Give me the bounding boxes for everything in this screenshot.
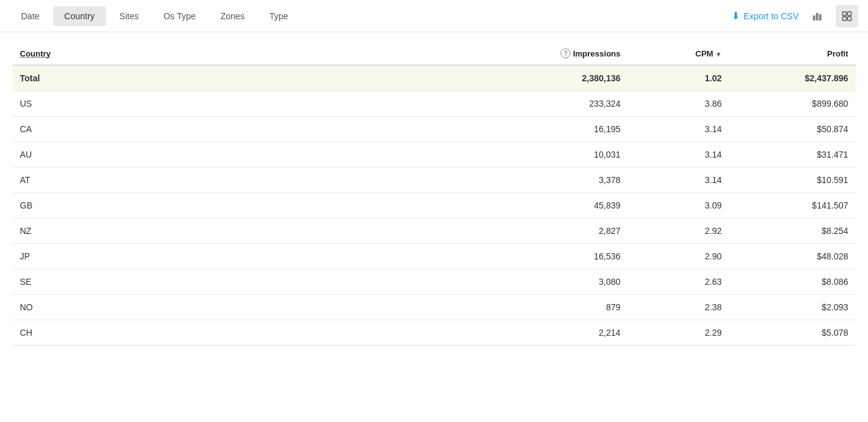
col-header-profit[interactable]: Profit xyxy=(729,42,856,65)
download-icon: ⬇ xyxy=(732,10,740,22)
row-cpm: 3.14 xyxy=(628,142,729,168)
table-row: AT3,3783.14$10.591 xyxy=(12,168,856,193)
row-cpm: 3.09 xyxy=(628,193,729,218)
row-impressions: 879 xyxy=(476,295,628,320)
row-cpm: 2.29 xyxy=(628,320,729,346)
row-profit: $141.507 xyxy=(729,193,856,218)
row-profit: $31.471 xyxy=(729,142,856,168)
row-profit: $8.254 xyxy=(729,218,856,244)
row-cpm: 3.14 xyxy=(628,168,729,193)
data-table-container: Country ? Impressions CPM ▼ Profit Total… xyxy=(0,32,868,356)
row-impressions: 3,378 xyxy=(476,168,628,193)
row-profit: $899.680 xyxy=(729,91,856,117)
row-country: GB xyxy=(12,193,476,218)
row-cpm: 2.63 xyxy=(628,269,729,295)
tab-date[interactable]: Date xyxy=(10,6,51,26)
row-country: NZ xyxy=(12,218,476,244)
svg-rect-4 xyxy=(848,12,851,16)
row-country: CH xyxy=(12,320,476,346)
row-profit: $5.078 xyxy=(729,320,856,346)
row-impressions: 3,080 xyxy=(476,269,628,295)
data-table: Country ? Impressions CPM ▼ Profit Total… xyxy=(12,42,856,346)
row-country: JP xyxy=(12,244,476,269)
row-impressions: 2,827 xyxy=(476,218,628,244)
tab-bar: Date Country Sites Os Type Zones Type ⬇ … xyxy=(0,0,868,32)
row-impressions: 16,536 xyxy=(476,244,628,269)
grid-icon xyxy=(841,11,852,22)
tab-sites[interactable]: Sites xyxy=(108,6,150,26)
total-cpm: 1.02 xyxy=(628,65,729,91)
tab-zones[interactable]: Zones xyxy=(210,6,256,26)
tab-country[interactable]: Country xyxy=(53,6,106,26)
sort-arrow-icon: ▼ xyxy=(715,51,722,58)
row-country: SE xyxy=(12,269,476,295)
row-cpm: 2.90 xyxy=(628,244,729,269)
row-impressions: 16,195 xyxy=(476,117,628,142)
total-row: Total 2,380,136 1.02 $2,437.896 xyxy=(12,65,856,91)
row-impressions: 233,324 xyxy=(476,91,628,117)
tab-os-type[interactable]: Os Type xyxy=(153,6,207,26)
svg-rect-0 xyxy=(813,16,815,20)
total-country: Total xyxy=(12,65,476,91)
table-row: SE3,0802.63$8.086 xyxy=(12,269,856,295)
help-icon[interactable]: ? xyxy=(560,48,570,58)
svg-rect-3 xyxy=(843,12,846,16)
tab-type[interactable]: Type xyxy=(259,6,299,26)
total-impressions: 2,380,136 xyxy=(476,65,628,91)
svg-rect-5 xyxy=(843,17,846,20)
col-header-impressions[interactable]: ? Impressions xyxy=(476,42,628,65)
tab-list: Date Country Sites Os Type Zones Type xyxy=(10,6,732,26)
table-row: NO8792.38$2.093 xyxy=(12,295,856,320)
table-row: NZ2,8272.92$8.254 xyxy=(12,218,856,244)
row-country: US xyxy=(12,91,476,117)
svg-rect-2 xyxy=(819,14,822,20)
svg-rect-6 xyxy=(848,17,851,20)
table-row: US233,3243.86$899.680 xyxy=(12,91,856,117)
row-impressions: 10,031 xyxy=(476,142,628,168)
export-csv-button[interactable]: ⬇ Export to CSV xyxy=(732,10,799,22)
table-row: CH2,2142.29$5.078 xyxy=(12,320,856,346)
row-country: CA xyxy=(12,117,476,142)
row-cpm: 3.14 xyxy=(628,117,729,142)
col-header-country[interactable]: Country xyxy=(12,42,476,65)
row-impressions: 45,839 xyxy=(476,193,628,218)
table-row: JP16,5362.90$48.028 xyxy=(12,244,856,269)
row-cpm: 2.38 xyxy=(628,295,729,320)
row-cpm: 3.86 xyxy=(628,91,729,117)
row-cpm: 2.92 xyxy=(628,218,729,244)
row-impressions: 2,214 xyxy=(476,320,628,346)
bar-chart-icon xyxy=(812,11,823,22)
chart-view-button[interactable] xyxy=(806,5,828,27)
row-profit: $10.591 xyxy=(729,168,856,193)
row-profit: $48.028 xyxy=(729,244,856,269)
export-label: Export to CSV xyxy=(743,11,799,21)
table-row: GB45,8393.09$141.507 xyxy=(12,193,856,218)
row-country: AU xyxy=(12,142,476,168)
grid-view-button[interactable] xyxy=(836,5,858,27)
table-row: AU10,0313.14$31.471 xyxy=(12,142,856,168)
col-header-cpm[interactable]: CPM ▼ xyxy=(628,42,729,65)
tab-actions: ⬇ Export to CSV xyxy=(732,5,858,27)
svg-rect-1 xyxy=(816,13,818,20)
row-profit: $50.874 xyxy=(729,117,856,142)
row-country: AT xyxy=(12,168,476,193)
row-country: NO xyxy=(12,295,476,320)
row-profit: $8.086 xyxy=(729,269,856,295)
table-row: CA16,1953.14$50.874 xyxy=(12,117,856,142)
row-profit: $2.093 xyxy=(729,295,856,320)
total-profit: $2,437.896 xyxy=(729,65,856,91)
